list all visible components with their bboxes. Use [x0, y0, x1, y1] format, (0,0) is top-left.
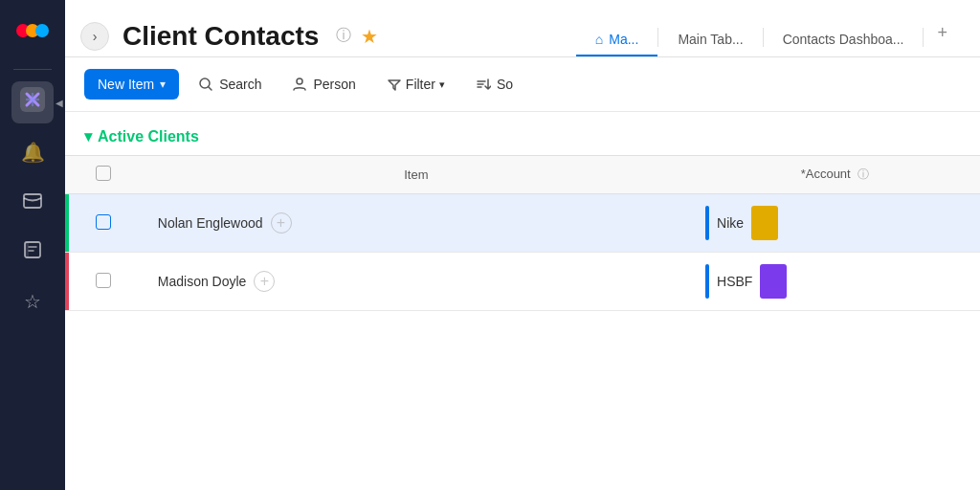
person-icon: [292, 77, 307, 92]
column-header-checkbox: [65, 156, 143, 194]
row-2-color-swatch: [760, 264, 787, 299]
sidebar-item-favorites[interactable]: ☆: [11, 280, 54, 323]
sort-label: So: [497, 77, 513, 92]
favorite-star-icon[interactable]: ★: [361, 25, 378, 48]
row-1-name: Nolan Englewood: [158, 215, 263, 231]
page-header: › Client Contacts ⓘ ★ ⌂ Ma... Main Tab..…: [65, 0, 980, 57]
column-header-item: Item: [143, 156, 690, 194]
home-icon: ⌂: [595, 32, 603, 47]
tab-add-button[interactable]: +: [924, 15, 961, 51]
table-area: ▾ Active Clients Item *Account ⓘ: [65, 112, 980, 490]
row-1-account-left-bar: [705, 206, 709, 240]
row-1-checkbox-cell: [65, 194, 143, 253]
filter-icon: [387, 77, 402, 92]
svg-point-2: [35, 24, 49, 37]
main-content: › Client Contacts ⓘ ★ ⌂ Ma... Main Tab..…: [65, 0, 980, 490]
new-item-button[interactable]: New Item ▾: [84, 69, 179, 100]
row-2-name: Madison Doyle: [158, 274, 247, 289]
sidebar: ◀ 🔔 ☆: [0, 0, 65, 490]
row-2-item-cell: Madison Doyle +: [143, 253, 690, 311]
section-title: Active Clients: [98, 128, 199, 145]
sidebar-item-workspace[interactable]: ◀: [11, 81, 54, 123]
contacts-table: Item *Account ⓘ: [65, 155, 980, 311]
tab-contacts-dashboard-label: Contacts Dashboa...: [783, 32, 904, 47]
svg-rect-6: [25, 242, 29, 257]
sidebar-item-notifications[interactable]: 🔔: [11, 131, 54, 173]
table-row: Nolan Englewood + Nike: [65, 194, 980, 253]
row-2-left-border: [65, 253, 69, 310]
section-header-active-clients[interactable]: ▾ Active Clients: [65, 127, 980, 155]
table-header-row: Item *Account ⓘ: [65, 156, 980, 194]
search-label: Search: [219, 77, 261, 92]
section-chevron-icon: ▾: [84, 127, 92, 145]
tab-main[interactable]: ⌂ Ma...: [576, 22, 658, 56]
tab-main-table[interactable]: Main Tab...: [658, 22, 762, 56]
filter-dropdown-icon: ▾: [439, 78, 445, 91]
sort-button[interactable]: So: [464, 69, 524, 100]
filter-button[interactable]: Filter ▾: [375, 69, 457, 100]
new-item-label: New Item: [98, 77, 154, 92]
svg-point-8: [297, 78, 302, 84]
search-icon: [198, 77, 213, 92]
row-2-account-cell: HSBF: [690, 253, 980, 311]
app-logo[interactable]: [13, 11, 52, 50]
chevron-right-icon: ›: [93, 29, 98, 44]
workspace-chevron-icon: ◀: [56, 98, 63, 108]
search-button[interactable]: Search: [187, 69, 273, 100]
row-1-account-cell: Nike: [690, 194, 980, 253]
row-2-account-name: HSBF: [717, 274, 752, 289]
person-label: Person: [313, 77, 355, 92]
sidebar-item-tasks[interactable]: [11, 231, 54, 273]
star-icon: ☆: [24, 290, 41, 313]
row-1-left-border: [65, 194, 69, 252]
row-1-checkbox[interactable]: [96, 214, 111, 230]
column-header-account: *Account ⓘ: [690, 156, 980, 194]
table-row: Madison Doyle + HSBF: [65, 253, 980, 311]
row-2-add-button[interactable]: +: [254, 271, 275, 292]
sidebar-item-inbox[interactable]: [11, 181, 54, 223]
workspace-icon: [20, 87, 45, 118]
tab-bar: ⌂ Ma... Main Tab... Contacts Dashboa... …: [576, 15, 961, 56]
tab-main-label: Ma...: [609, 32, 638, 47]
info-icon[interactable]: ⓘ: [336, 26, 351, 46]
filter-label: Filter: [406, 77, 435, 92]
row-2-checkbox[interactable]: [96, 273, 111, 288]
page-title: Client Contacts: [122, 21, 319, 52]
row-1-add-button[interactable]: +: [271, 212, 292, 234]
account-info-icon[interactable]: ⓘ: [858, 167, 869, 181]
sort-icon: [476, 77, 491, 92]
sidebar-divider: [13, 69, 52, 70]
dropdown-arrow-icon: ▾: [160, 78, 166, 91]
bell-icon: 🔔: [21, 141, 45, 164]
person-button[interactable]: Person: [280, 69, 367, 100]
row-2-checkbox-cell: [65, 253, 143, 311]
tab-main-table-label: Main Tab...: [678, 32, 743, 47]
row-1-item-cell: Nolan Englewood +: [143, 194, 690, 253]
row-1-account-name: Nike: [717, 215, 744, 231]
tab-contacts-dashboard[interactable]: Contacts Dashboa...: [764, 22, 924, 56]
row-2-account-left-bar: [705, 264, 709, 299]
column-header-account-label: *Account: [801, 167, 851, 181]
toolbar: New Item ▾ Search Person Filter ▾: [65, 57, 980, 112]
inbox-icon: [22, 189, 43, 215]
row-1-color-swatch: [751, 206, 778, 240]
back-button[interactable]: ›: [80, 22, 109, 51]
tasks-icon: [22, 239, 43, 265]
select-all-checkbox[interactable]: [96, 166, 111, 181]
column-header-item-label: Item: [404, 167, 428, 182]
